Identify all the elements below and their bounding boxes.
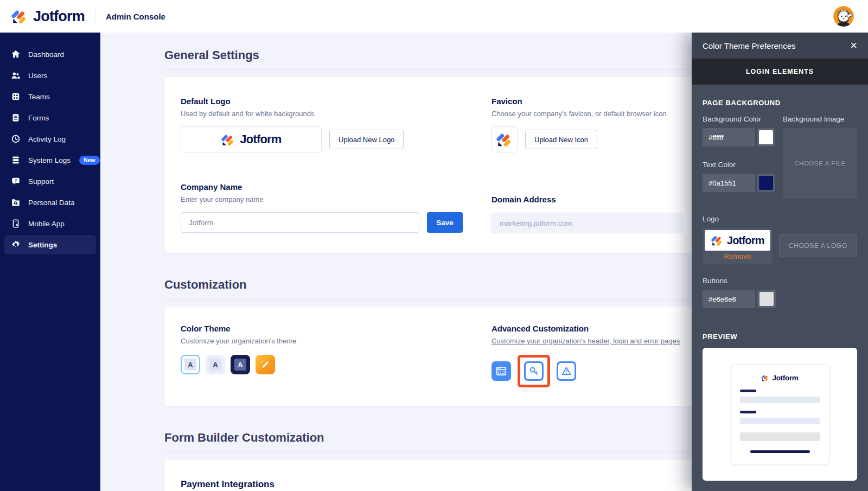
buttons-label: Buttons (703, 277, 857, 285)
sidebar-item-label: System Logs (28, 156, 71, 164)
sidebar-item-label: Personal Data (28, 199, 75, 207)
phone-icon (11, 219, 21, 228)
sidebar-item-label: Activity Log (28, 135, 66, 143)
jotform-wordmark: Jotform (772, 374, 798, 382)
sidebar-item-forms[interactable]: Forms (4, 108, 96, 127)
jotform-logo[interactable]: Jotform (11, 8, 85, 25)
customize-login-button[interactable] (524, 361, 544, 381)
jotform-wordmark: Jotform (33, 8, 85, 25)
save-button[interactable]: Save (427, 212, 463, 233)
theme-letter: A (209, 359, 221, 371)
remove-logo-link[interactable]: Remove (705, 251, 770, 262)
sidebar-item-activity-log[interactable]: Activity Log (4, 129, 96, 149)
color-theme-preferences-panel: Color Theme Preferences × LOGIN ELEMENTS… (692, 33, 868, 491)
sidebar-item-settings[interactable]: Settings (4, 235, 96, 254)
magic-wand-icon (260, 359, 271, 370)
gear-icon (11, 240, 21, 250)
jotform-favicon-icon (496, 131, 513, 148)
buttons-color-swatch[interactable] (757, 290, 776, 308)
app-title: Admin Console (106, 12, 165, 21)
company-name-input[interactable] (181, 212, 419, 233)
support-bubble-icon: ? (11, 176, 21, 186)
sidebar-nav: Dashboard Users Teams Forms Activity Log… (0, 33, 100, 491)
clock-icon (11, 134, 21, 144)
sidebar-item-label: Forms (28, 114, 49, 122)
preview-field-label-bar (740, 390, 756, 392)
customize-error-button[interactable] (557, 361, 576, 381)
login-preview: Jotform (703, 348, 857, 481)
background-color-swatch[interactable] (757, 128, 775, 146)
jotform-wordmark: Jotform (240, 132, 281, 146)
default-logo-label: Default Logo (181, 97, 492, 106)
preview-link-bar (750, 450, 810, 453)
sidebar-item-label: Dashboard (28, 50, 64, 59)
sidebar-item-label: Mobile App (28, 220, 65, 228)
sidebar-item-teams[interactable]: Teams (4, 87, 96, 106)
background-color-label: Background Color (703, 115, 775, 123)
text-color-label: Text Color (703, 161, 775, 169)
sidebar-item-label: Settings (28, 241, 57, 249)
theme-option-light-selected[interactable]: A (181, 355, 200, 374)
sidebar-item-support[interactable]: ? Support (4, 171, 96, 191)
header-divider (95, 7, 95, 25)
background-image-label: Background Image (783, 115, 857, 123)
jotform-logo-icon (761, 374, 769, 382)
color-theme-desc: Customize your organization's theme (181, 337, 492, 345)
svg-text:?: ? (15, 178, 17, 183)
preview-logo: Jotform (740, 374, 820, 382)
tab-login-elements[interactable]: LOGIN ELEMENTS (692, 59, 868, 85)
jotform-wordmark: Jotform (727, 234, 764, 247)
panel-titlebar: Color Theme Preferences × (692, 33, 868, 59)
upload-new-logo-button[interactable]: Upload New Logo (329, 130, 404, 149)
preview-field-label-bar (740, 411, 756, 413)
preview-section-label: PREVIEW (703, 333, 857, 341)
buttons-color-input[interactable] (703, 290, 755, 308)
jotform-logo-icon (11, 8, 28, 25)
default-logo-preview: Jotform (181, 126, 322, 152)
choose-a-file-button[interactable]: CHOOSE A FILE (783, 128, 857, 199)
sidebar-item-label: Support (28, 177, 54, 186)
company-name-desc: Enter your company name (181, 195, 492, 203)
domain-address-input[interactable] (492, 213, 682, 233)
key-icon (528, 366, 539, 377)
background-color-input[interactable] (703, 128, 755, 146)
panel-logo-widget: Jotform Remove (703, 228, 773, 264)
sidebar-item-mobile-app[interactable]: Mobile App (4, 214, 96, 233)
favicon-preview (492, 126, 518, 152)
sidebar-item-personal-data[interactable]: Personal Data (4, 193, 96, 212)
jotform-logo-icon (711, 234, 724, 247)
color-theme-label: Color Theme (181, 324, 492, 333)
avatar-icon (833, 6, 854, 27)
theme-option-custom[interactable] (256, 355, 275, 374)
customize-header-button[interactable] (492, 361, 511, 381)
theme-option-lavender[interactable]: A (206, 355, 225, 374)
warning-triangle-icon (561, 366, 572, 377)
theme-letter: A (234, 359, 246, 371)
users-icon (11, 71, 21, 80)
folder-search-icon (11, 197, 21, 207)
new-badge: New (79, 156, 100, 165)
text-color-input[interactable] (703, 174, 755, 192)
sidebar-item-system-logs[interactable]: System Logs New (4, 150, 96, 170)
database-icon (11, 155, 21, 165)
preview-input-bar (740, 397, 820, 403)
upload-new-icon-button[interactable]: Upload New Icon (525, 130, 597, 149)
close-icon[interactable]: × (850, 40, 857, 52)
choose-a-logo-button[interactable]: CHOOSE A LOGO (779, 234, 857, 257)
browser-window-icon (495, 365, 507, 377)
sidebar-item-label: Users (28, 72, 47, 80)
page-background-section-label: PAGE BACKGROUND (703, 99, 857, 107)
preview-button-bar (740, 432, 820, 441)
text-color-swatch[interactable] (757, 174, 775, 192)
panel-divider (703, 323, 857, 323)
panel-logo-preview: Jotform (705, 230, 770, 251)
preview-input-bar (740, 418, 820, 424)
home-icon (11, 49, 21, 59)
panel-title: Color Theme Preferences (703, 41, 795, 50)
user-avatar[interactable] (833, 6, 854, 27)
logo-label: Logo (703, 215, 857, 223)
theme-option-dark[interactable]: A (231, 355, 250, 374)
sidebar-item-users[interactable]: Users (4, 66, 96, 85)
sidebar-item-dashboard[interactable]: Dashboard (4, 44, 96, 64)
theme-letter: A (184, 359, 196, 371)
